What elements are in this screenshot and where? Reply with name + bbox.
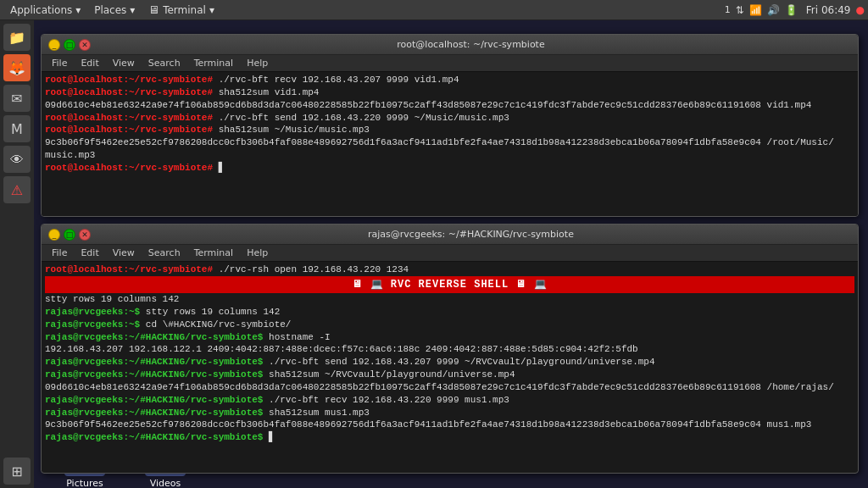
term2-close[interactable]: ✕: [79, 229, 91, 241]
term2-menubar: File Edit View Search Terminal Help: [42, 245, 858, 262]
term1-menu-help[interactable]: Help: [240, 56, 275, 70]
term1-title: root@localhost: ~/rvc-symbiote: [91, 39, 851, 50]
term2-menu-terminal[interactable]: Terminal: [187, 246, 241, 260]
term2-line-2: rajas@rvcgeeks:~$ cd \#HACKING/rvc-symbi…: [45, 319, 854, 331]
term1-menu-view[interactable]: View: [106, 56, 142, 70]
applications-menu[interactable]: Applications ▾: [3, 3, 87, 18]
term1-menu-terminal[interactable]: Terminal: [187, 56, 241, 70]
places-menu[interactable]: Places ▾: [87, 3, 142, 18]
term1-close[interactable]: ✕: [79, 39, 91, 51]
topbar: Applications ▾ Places ▾ 🖥 Terminal ▾ 1 ⇅…: [0, 0, 868, 20]
term2-menu-search[interactable]: Search: [142, 246, 187, 260]
term1-menu-edit[interactable]: Edit: [74, 56, 105, 70]
sidebar-btn-warning[interactable]: ⚠: [3, 176, 31, 203]
network-icon: ⇅: [736, 4, 744, 16]
videos-label: Videos: [150, 478, 181, 488]
term2-line-6: rajas@rvcgeeks:~/#HACKING/rvc-symbiote$ …: [45, 369, 854, 381]
term2-menu-help[interactable]: Help: [240, 246, 275, 260]
term2-line-4: 192.168.43.207 192.168.122.1 2409:4042:8…: [45, 343, 854, 356]
term1-menu-search[interactable]: Search: [142, 56, 187, 70]
term1-line-3: 09d6610c4eb81e63242a9e74f106ab859cd6b8d3…: [45, 99, 854, 112]
term2-line-stty: stty rows 19 columns 142: [45, 293, 854, 306]
term1-line-5: root@localhost:~/rvc-symbiote# sha512sum…: [45, 124, 854, 136]
term2-menu-view[interactable]: View: [106, 246, 142, 260]
term1-content[interactable]: root@localhost:~/rvc-symbiote# ./rvc-bft…: [42, 72, 858, 217]
term1-line-4: root@localhost:~/rvc-symbiote# ./rvc-bft…: [45, 112, 854, 125]
sidebar-btn-folder[interactable]: 📁: [3, 24, 31, 51]
sidebar-btn-mail[interactable]: ✉: [3, 85, 31, 112]
volume-icon: 🔊: [767, 4, 780, 16]
sidebar-btn-firefox[interactable]: 🦊: [3, 54, 31, 81]
term1-maximize[interactable]: □: [64, 39, 75, 51]
rvc-banner: 🖥 💻 RVC REVERSE SHELL 🖥 💻: [45, 276, 854, 293]
term2-controls: _ □ ✕: [48, 229, 91, 241]
term1-line-8: root@localhost:~/rvc-symbiote# ▋: [45, 162, 854, 175]
sidebar-btn-music[interactable]: M: [3, 115, 31, 142]
term1-titlebar: _ □ ✕ root@localhost: ~/rvc-symbiote: [42, 35, 858, 55]
clock: 1 ⇅ 📶 🔊 🔋 Fri 06:49 ●: [725, 4, 865, 16]
term2-line-7: 09d6610c4eb81e63242a9e74f106ab859cd6b8d3…: [45, 381, 854, 394]
term2-content[interactable]: root@localhost:~/rvc-symbiote# ./rvc-rsh…: [42, 262, 858, 471]
term2-titlebar: _ □ ✕ rajas@rvcgeeks: ~/#HACKING/rvc-sym…: [42, 225, 858, 245]
term2-line-10: 9c3b06f9f5462ee25e52cf9786208dcc0cfb306b…: [45, 419, 854, 431]
term2-menu-file[interactable]: File: [45, 246, 74, 260]
term2-line-3: rajas@rvcgeeks:~/#HACKING/rvc-symbiote$ …: [45, 331, 854, 344]
term1-menubar: File Edit View Search Terminal Help: [42, 55, 858, 72]
term1-menu-file[interactable]: File: [45, 56, 74, 70]
term2-menu-edit[interactable]: Edit: [74, 246, 105, 260]
terminal-window-2: _ □ ✕ rajas@rvcgeeks: ~/#HACKING/rvc-sym…: [41, 224, 859, 474]
term2-line-5: rajas@rvcgeeks:~/#HACKING/rvc-symbiote$ …: [45, 356, 854, 369]
tray-icon-1: 1: [725, 4, 731, 15]
term1-controls: _ □ ✕: [48, 39, 91, 51]
term1-line-1: root@localhost:~/rvc-symbiote# ./rvc-bft…: [45, 74, 854, 86]
pictures-label: Pictures: [66, 478, 103, 488]
term2-maximize[interactable]: □: [64, 229, 75, 241]
sidebar-btn-grid[interactable]: ⊞: [3, 458, 31, 485]
term1-line-7: music.mp3: [45, 149, 854, 162]
desktop: 📁 🦊 ✉ M 👁 ⚠ ⊞ 📁 Templates 📁 bash-games 📁…: [0, 20, 868, 488]
term1-minimize[interactable]: _: [48, 39, 60, 51]
term2-title: rajas@rvcgeeks: ~/#HACKING/rvc-symbiote: [91, 229, 851, 240]
system-tray: 1 ⇅ 📶 🔊 🔋: [725, 4, 801, 16]
term2-line-cmd: root@localhost:~/rvc-symbiote# ./rvc-rsh…: [45, 263, 854, 276]
battery-icon: 🔋: [785, 4, 798, 16]
term2-line-1: rajas@rvcgeeks:~$ stty rows 19 columns 1…: [45, 306, 854, 319]
sidebar-btn-eye[interactable]: 👁: [3, 146, 31, 173]
term1-line-6: 9c3b06f9f5462ee25e52cf9786208dcc0cfb306b…: [45, 136, 854, 149]
wifi-icon: 📶: [749, 4, 762, 16]
term2-line-8: rajas@rvcgeeks:~/#HACKING/rvc-symbiote$ …: [45, 394, 854, 407]
term2-minimize[interactable]: _: [48, 229, 60, 241]
sidebar: 📁 🦊 ✉ M 👁 ⚠ ⊞: [0, 20, 34, 488]
term2-line-9: rajas@rvcgeeks:~/#HACKING/rvc-symbiote$ …: [45, 407, 854, 419]
term2-line-11: rajas@rvcgeeks:~/#HACKING/rvc-symbiote$ …: [45, 431, 854, 444]
term1-line-2: root@localhost:~/rvc-symbiote# sha512sum…: [45, 86, 854, 99]
terminal-window-1: _ □ ✕ root@localhost: ~/rvc-symbiote Fil…: [41, 34, 859, 217]
terminal-menu[interactable]: 🖥 Terminal ▾: [142, 2, 221, 18]
